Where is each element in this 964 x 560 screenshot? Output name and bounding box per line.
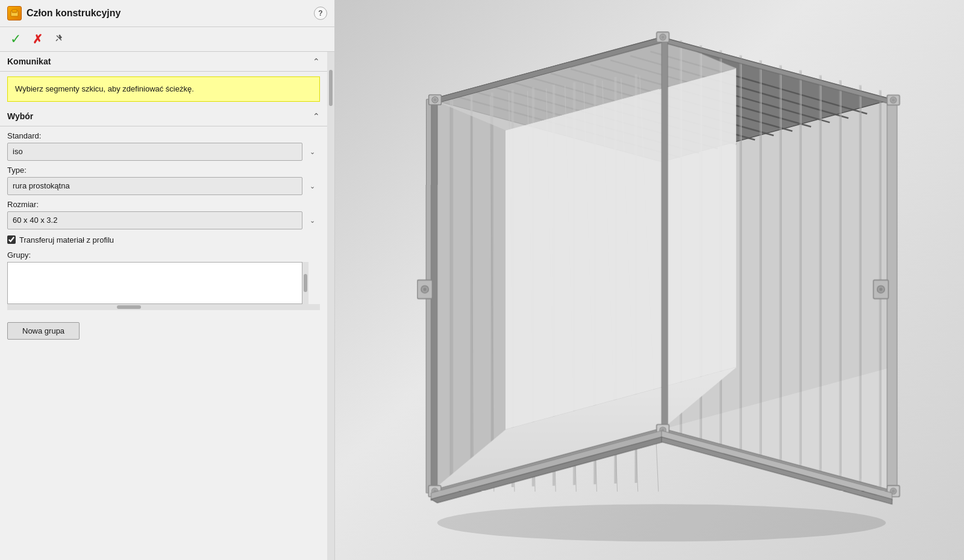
standard-select-wrapper: iso ansi din ⌄: [7, 143, 320, 161]
type-dropdown-icon: ⌄: [310, 182, 315, 190]
type-select-wrapper: rura prostokątna rura okrągła kątownik c…: [7, 177, 320, 195]
check-icon: ✓: [10, 31, 21, 47]
panel-content: Komunikat ⌃ Wybierz segmenty szkicu, aby…: [0, 52, 327, 560]
komunikat-title: Komunikat: [7, 57, 51, 66]
panel-header: Człon konstrukcyjny ?: [0, 0, 334, 27]
panel-scroll-thumb: [329, 70, 333, 106]
grupy-h-scroll-thumb: [117, 305, 141, 309]
transfer-checkbox[interactable]: [7, 235, 16, 244]
grupy-scroll-thumb: [304, 274, 307, 292]
wybor-section-header[interactable]: Wybór ⌃: [0, 107, 327, 126]
grupy-textarea[interactable]: [7, 262, 302, 304]
rozmiar-select-wrapper: 60 x 40 x 3.2 50 x 30 x 2.5 80 x 60 x 4.…: [7, 211, 320, 229]
svg-point-6: [437, 504, 886, 541]
svg-point-82: [433, 99, 436, 102]
wybor-content: Standard: iso ansi din ⌄ Type: rura pros…: [0, 126, 327, 315]
grupy-scrollbar: [302, 262, 308, 304]
rozmiar-label: Rozmiar:: [7, 200, 320, 209]
svg-rect-33: [471, 95, 473, 489]
grupy-h-scrollbar: [7, 304, 320, 310]
rozmiar-select[interactable]: 60 x 40 x 3.2 50 x 30 x 2.5 80 x 60 x 4.…: [7, 211, 302, 229]
svg-rect-34: [491, 92, 493, 488]
standard-label: Standard:: [7, 131, 320, 140]
wybor-chevron-icon: ⌃: [313, 111, 320, 121]
pin-icon: [54, 33, 64, 45]
container-3d-view: [365, 6, 958, 554]
svg-marker-76: [662, 37, 668, 435]
komunikat-chevron-icon: ⌃: [313, 57, 320, 66]
grupy-row: [7, 260, 320, 304]
standard-dropdown-icon: ⌄: [310, 148, 315, 155]
left-panel: Człon konstrukcyjny ? ✓ ✗: [0, 0, 335, 560]
svg-line-4: [56, 39, 58, 41]
svg-point-100: [423, 288, 426, 291]
transfer-row: Transferuj materiał z profilu: [7, 235, 320, 244]
type-select[interactable]: rura prostokątna rura okrągła kątownik c…: [7, 177, 302, 195]
svg-point-85: [892, 99, 895, 102]
type-label: Type:: [7, 166, 320, 175]
svg-point-94: [661, 36, 664, 39]
pin-button[interactable]: [51, 31, 67, 48]
rozmiar-dropdown-icon: ⌄: [310, 216, 315, 224]
komunikat-message: Wybierz segmenty szkicu, aby zdefiniować…: [7, 76, 320, 102]
nowa-grupa-button[interactable]: Nowa grupa: [7, 322, 80, 340]
cancel-button[interactable]: ✗: [29, 31, 46, 48]
standard-select[interactable]: iso ansi din: [7, 143, 302, 161]
wybor-title: Wybór: [7, 111, 33, 121]
svg-point-88: [892, 490, 895, 493]
confirm-button[interactable]: ✓: [7, 31, 24, 48]
komunikat-section-header[interactable]: Komunikat ⌃: [0, 52, 327, 72]
bottom-controls: Nowa grupa: [0, 315, 327, 347]
panel-body: Komunikat ⌃ Wybierz segmenty szkicu, aby…: [0, 52, 334, 560]
svg-point-97: [879, 288, 882, 291]
grupy-label: Grupy:: [7, 250, 320, 260]
panel-title: Człon konstrukcyjny: [27, 8, 314, 19]
help-button[interactable]: ?: [314, 7, 327, 20]
svg-rect-32: [449, 97, 452, 490]
cross-icon: ✗: [33, 32, 43, 46]
svg-point-5: [59, 35, 61, 37]
svg-marker-65: [505, 68, 736, 429]
panel-title-icon: [7, 6, 22, 20]
transfer-label: Transferuj materiał z profilu: [19, 235, 114, 244]
panel-scrollbar: [327, 52, 334, 560]
viewport-panel[interactable]: [335, 0, 964, 560]
toolbar-row: ✓ ✗: [0, 27, 334, 52]
